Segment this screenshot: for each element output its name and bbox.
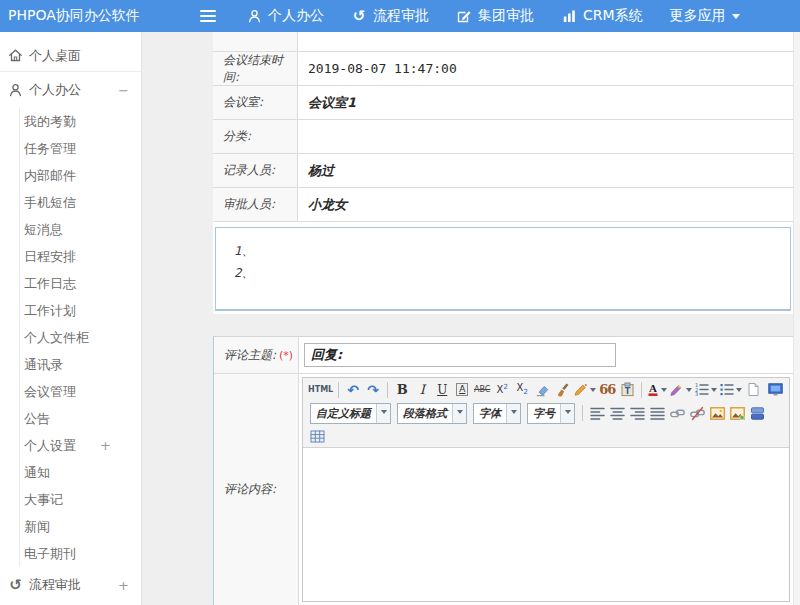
comment-subject-input[interactable] (304, 343, 616, 367)
underline-button[interactable]: U (433, 381, 451, 399)
quick-format-button[interactable] (573, 381, 596, 399)
upload-image-button[interactable] (728, 404, 746, 422)
sidebar-item-label: 电子期刊 (24, 545, 129, 563)
field-value: 会议室1 (308, 94, 356, 112)
sidebar-item-通知[interactable]: 通知 (20, 459, 141, 486)
strikethrough-icon: ABC (474, 386, 490, 394)
nav-workflow-approval[interactable]: ↺流程审批 (351, 7, 429, 25)
sidebar-item-日程安排[interactable]: 日程安排 (20, 243, 141, 270)
format-brush-button[interactable] (553, 381, 571, 399)
remove-link-button[interactable] (688, 404, 706, 422)
sidebar-item-流程审批[interactable]: ↺流程审批+ (0, 567, 141, 603)
sidebar-item-label: 手机短信 (24, 194, 129, 212)
sidebar-item-我的考勤[interactable]: 我的考勤 (20, 108, 141, 135)
required-mark: (*) (279, 349, 293, 362)
strikethrough-button[interactable]: ABC (473, 381, 491, 399)
sidebar-item-大事记[interactable]: 大事记 (20, 486, 141, 513)
unordered-list-button[interactable] (719, 381, 742, 399)
sidebar-item-个人设置[interactable]: 个人设置+ (20, 432, 141, 459)
align-left-button[interactable] (588, 404, 606, 422)
select-label: 字体 (474, 404, 506, 423)
nav-group-approval[interactable]: 集团审批 (456, 7, 534, 25)
paragraph-format-select[interactable]: 段落格式 (397, 403, 467, 424)
sidebar-item-会议管理[interactable]: 会议管理 (20, 378, 141, 405)
paste-plain-text-button[interactable]: T (618, 381, 636, 399)
sidebar-item-个人文件柜[interactable]: 个人文件柜 (20, 324, 141, 351)
paste-plain-text-icon: T (620, 382, 635, 397)
nav-item-label: 更多应用 (670, 7, 726, 25)
font-family-select[interactable]: 字体 (473, 403, 521, 424)
font-size-select[interactable]: 字号 (527, 403, 575, 424)
ordered-list-button[interactable]: 123 (694, 381, 717, 399)
comment-content-label: 评论内容: (224, 481, 276, 498)
sidebar-item-通讯录[interactable]: 通讯录 (20, 351, 141, 378)
sidebar-item-短消息[interactable]: 短消息 (20, 216, 141, 243)
sidebar-item-工作日志[interactable]: 工作日志 (20, 270, 141, 297)
sidebar-item-label: 任务管理 (24, 140, 129, 158)
insert-media-icon (750, 406, 765, 421)
menu-icon[interactable] (200, 10, 216, 22)
chevron-down-icon (376, 404, 390, 423)
new-document-button[interactable] (744, 381, 762, 399)
redo-button[interactable]: ↷ (364, 381, 382, 399)
sidebar-item-label: 个人桌面 (29, 47, 129, 65)
editor-content-area[interactable] (303, 447, 789, 601)
align-left-icon (590, 406, 605, 421)
blockquote-button[interactable]: 66 (598, 381, 616, 399)
form-row-value (298, 120, 793, 153)
sidebar-item-label: 日程安排 (24, 248, 129, 266)
custom-heading-select[interactable]: 自定义标题 (310, 403, 391, 424)
expand-toggle-icon[interactable]: + (118, 578, 129, 593)
chart-icon (561, 8, 577, 24)
sidebar-item-新闻[interactable]: 新闻 (20, 513, 141, 540)
top-navbar: PHPOA协同办公软件 个人办公↺流程审批集团审批CRM系统更多应用 (0, 0, 800, 32)
font-color-icon: A (647, 382, 659, 397)
form-row-value: 杨过 (298, 154, 793, 187)
fullscreen-button[interactable] (766, 381, 784, 399)
align-right-button[interactable] (628, 404, 646, 422)
insert-table-icon (310, 429, 325, 444)
html-source-button[interactable]: HTML (308, 381, 333, 399)
sidebar-item-工作计划[interactable]: 工作计划 (20, 297, 141, 324)
sidebar: 个人桌面个人办公−我的考勤任务管理内部邮件手机短信短消息日程安排工作日志工作计划… (0, 32, 142, 605)
insert-media-button[interactable] (748, 404, 766, 422)
sidebar-item-内部邮件[interactable]: 内部邮件 (20, 162, 141, 189)
expand-toggle-icon[interactable]: + (100, 438, 111, 453)
align-justify-button[interactable] (648, 404, 666, 422)
insert-table-button[interactable] (308, 427, 326, 445)
remove-format-button[interactable] (533, 381, 551, 399)
insert-link-button[interactable] (668, 404, 686, 422)
sidebar-item-个人办公[interactable]: 个人办公− (0, 72, 141, 108)
vertical-scrollbar[interactable] (793, 32, 800, 605)
sidebar-item-label: 公告 (24, 410, 129, 428)
comment-content-row: 评论内容: HTML↶↷BIUAABCX2X266TA123 自定义标题段落格式… (214, 374, 793, 605)
sidebar-item-公告[interactable]: 公告 (20, 405, 141, 432)
font-style-button[interactable]: A (453, 381, 471, 399)
insert-image-button[interactable] (708, 404, 726, 422)
nav-personal-office[interactable]: 个人办公 (246, 7, 324, 25)
nav-item-label: CRM系统 (583, 7, 643, 25)
italic-button[interactable]: I (413, 381, 431, 399)
undo-button[interactable]: ↶ (344, 381, 362, 399)
subscript-button[interactable]: X2 (513, 381, 531, 399)
sidebar-item-个人桌面[interactable]: 个人桌面 (0, 40, 141, 72)
superscript-button[interactable]: X2 (493, 381, 511, 399)
align-center-button[interactable] (608, 404, 626, 422)
subscript-icon: X2 (517, 383, 528, 396)
highlight-color-button[interactable] (669, 381, 692, 399)
align-justify-icon (650, 406, 665, 421)
sidebar-item-label: 大事记 (24, 491, 129, 509)
nav-crm-system[interactable]: CRM系统 (561, 7, 643, 25)
dropdown-caret-icon (661, 388, 667, 395)
field-label: 记录人员: (223, 162, 275, 179)
nav-more-apps[interactable]: 更多应用 (670, 7, 740, 25)
font-color-button[interactable]: A (647, 381, 667, 399)
sidebar-item-电子期刊[interactable]: 电子期刊 (20, 540, 141, 567)
toolbar-separator (641, 382, 642, 398)
sidebar-item-任务管理[interactable]: 任务管理 (20, 135, 141, 162)
user-icon (246, 8, 262, 24)
form-row-value: 2019-08-07 11:47:00 (298, 52, 793, 85)
bold-button[interactable]: B (393, 381, 411, 399)
expand-toggle-icon[interactable]: − (118, 83, 129, 98)
sidebar-item-手机短信[interactable]: 手机短信 (20, 189, 141, 216)
